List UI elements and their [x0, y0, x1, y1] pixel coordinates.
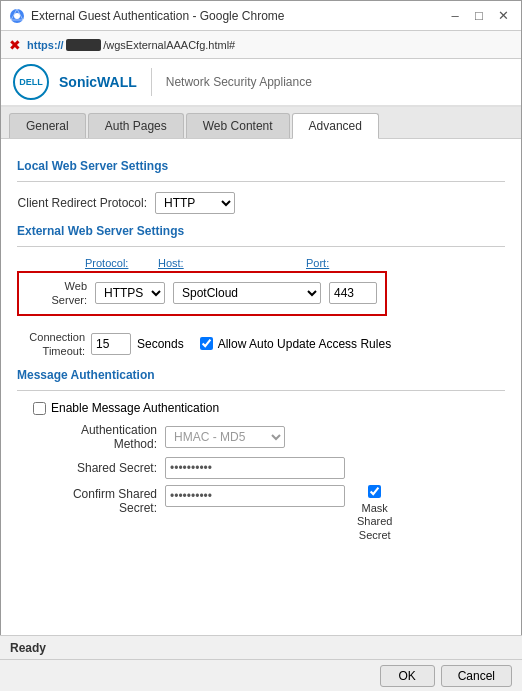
url-path: /wgsExternalAAACfg.html#	[103, 39, 235, 51]
host-select[interactable]: SpotCloud	[173, 282, 321, 304]
maximize-button[interactable]: □	[469, 6, 489, 26]
web-server-container: Web Server: HTTPS HTTP SpotCloud 443	[17, 271, 387, 316]
enable-msg-auth-checkbox[interactable]	[33, 402, 46, 415]
close-button[interactable]: ✕	[493, 6, 513, 26]
message-auth-divider	[17, 390, 505, 391]
tab-advanced[interactable]: Advanced	[292, 113, 379, 139]
message-auth-title: Message Authentication	[17, 368, 505, 382]
connection-timeout-label: Connection Timeout:	[17, 330, 85, 359]
brand-name: SonicWALL	[59, 74, 137, 90]
main-content: Local Web Server Settings Client Redirec…	[1, 139, 521, 656]
status-bar: Ready	[0, 635, 522, 659]
svg-point-1	[14, 13, 20, 19]
ok-button[interactable]: OK	[380, 665, 435, 687]
web-server-row-label: Web Server:	[27, 279, 87, 308]
minimize-button[interactable]: –	[445, 6, 465, 26]
external-web-server-title: External Web Server Settings	[17, 224, 505, 238]
external-section-divider	[17, 246, 505, 247]
title-bar-controls: – □ ✕	[445, 6, 513, 26]
bottom-bar: OK Cancel	[0, 659, 522, 691]
branding-header: DELL SonicWALL Network Security Applianc…	[1, 59, 521, 107]
col-header-protocol: Protocol:	[85, 257, 150, 269]
mask-shared-secret-container: Mask Shared Secret	[357, 485, 392, 542]
seconds-label: Seconds	[137, 337, 184, 351]
auth-method-label: Authentication Method:	[37, 423, 157, 451]
title-bar-left: External Guest Authentication - Google C…	[9, 8, 284, 24]
mask-shared-secret-checkbox[interactable]	[368, 485, 381, 498]
tab-web-content[interactable]: Web Content	[186, 113, 290, 138]
status-text: Ready	[10, 641, 46, 655]
connection-timeout-row: Connection Timeout: 15 Seconds Allow Aut…	[17, 330, 505, 359]
auth-method-select[interactable]: HMAC - MD5 HMAC - SHA1	[165, 426, 285, 448]
url-display: https:// /wgsExternalAAACfg.html#	[27, 39, 235, 51]
client-redirect-row: Client Redirect Protocol: HTTP HTTPS	[17, 192, 505, 214]
url-redacted	[66, 39, 102, 51]
allow-auto-update-row: Allow Auto Update Access Rules	[200, 337, 391, 351]
col-header-port: Port:	[306, 257, 356, 269]
message-auth-section: Message Authentication Enable Message Au…	[17, 368, 505, 542]
title-bar: External Guest Authentication - Google C…	[1, 1, 521, 31]
port-input[interactable]: 443	[329, 282, 377, 304]
protocol-select[interactable]: HTTPS HTTP	[95, 282, 165, 304]
window-title: External Guest Authentication - Google C…	[31, 9, 284, 23]
address-bar: ✖ https:// /wgsExternalAAACfg.html#	[1, 31, 521, 59]
brand-subtitle: Network Security Appliance	[166, 75, 312, 89]
page-close-icon[interactable]: ✖	[9, 37, 21, 53]
local-web-server-title: Local Web Server Settings	[17, 159, 505, 173]
enable-msg-auth-label: Enable Message Authentication	[51, 401, 219, 415]
dell-logo: DELL	[13, 64, 49, 100]
tab-general[interactable]: General	[9, 113, 86, 138]
brand-divider	[151, 68, 152, 96]
tabs-bar: General Auth Pages Web Content Advanced	[1, 107, 521, 139]
client-redirect-label: Client Redirect Protocol:	[17, 196, 147, 210]
shared-secret-input[interactable]	[165, 457, 345, 479]
confirm-shared-input[interactable]	[165, 485, 345, 507]
web-server-col-headers: Protocol: Host: Port:	[17, 257, 505, 269]
confirm-shared-secret-row: Confirm Shared Secret: Mask Shared Secre…	[17, 485, 505, 542]
mask-label: Mask Shared Secret	[357, 502, 392, 542]
web-server-row: Web Server: HTTPS HTTP SpotCloud 443	[27, 279, 377, 308]
auth-method-row: Authentication Method: HMAC - MD5 HMAC -…	[17, 423, 505, 451]
connection-timeout-input[interactable]: 15	[91, 333, 131, 355]
col-header-host: Host:	[158, 257, 298, 269]
chrome-icon	[9, 8, 25, 24]
allow-auto-update-checkbox[interactable]	[200, 337, 213, 350]
client-redirect-select[interactable]: HTTP HTTPS	[155, 192, 235, 214]
confirm-shared-label: Confirm Shared Secret:	[37, 485, 157, 515]
allow-auto-update-label: Allow Auto Update Access Rules	[218, 337, 391, 351]
enable-msg-auth-row: Enable Message Authentication	[33, 401, 505, 415]
local-section-divider	[17, 181, 505, 182]
shared-secret-row: Shared Secret:	[17, 457, 505, 479]
cancel-button[interactable]: Cancel	[441, 665, 512, 687]
url-prefix: https://	[27, 39, 64, 51]
shared-secret-label: Shared Secret:	[37, 461, 157, 475]
tab-auth-pages[interactable]: Auth Pages	[88, 113, 184, 138]
